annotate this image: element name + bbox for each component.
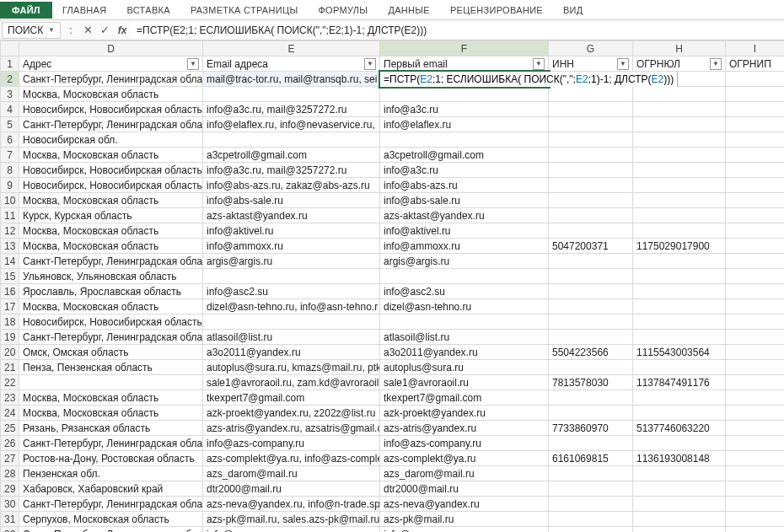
cell[interactable]: azs-atris@yandex.ru bbox=[380, 421, 549, 436]
cell[interactable]: 7813578030 bbox=[549, 375, 633, 390]
cell[interactable] bbox=[633, 390, 726, 406]
filter-icon[interactable]: ▼ bbox=[710, 58, 722, 70]
cell[interactable] bbox=[633, 299, 726, 314]
cell[interactable]: info@azs-company.ru bbox=[203, 527, 380, 533]
cell[interactable]: info@aktivel.ru bbox=[380, 223, 549, 239]
cell[interactable] bbox=[549, 360, 633, 375]
cell[interactable] bbox=[726, 390, 785, 406]
formula-input[interactable] bbox=[132, 23, 784, 38]
cell[interactable] bbox=[726, 163, 785, 178]
cell[interactable]: azs_darom@mail.ru bbox=[203, 466, 380, 481]
cell[interactable]: info@abs-sale.ru bbox=[203, 193, 380, 208]
cell[interactable]: 5137746063220 bbox=[633, 421, 726, 436]
cell[interactable]: 1175029017900 bbox=[633, 239, 726, 254]
cell[interactable]: Адрес▼ bbox=[19, 56, 203, 72]
cell[interactable]: 6161069815 bbox=[549, 451, 633, 466]
cell[interactable]: azs-neva@yandex.ru bbox=[380, 497, 549, 512]
formula-cancel-icon[interactable]: ✕ bbox=[79, 24, 96, 36]
cell[interactable] bbox=[549, 223, 633, 239]
cell[interactable]: 7733860970 bbox=[549, 421, 633, 436]
cell[interactable] bbox=[726, 512, 785, 527]
cell[interactable] bbox=[380, 132, 549, 148]
cell[interactable]: ОГРНИП bbox=[726, 56, 785, 72]
cell[interactable] bbox=[549, 269, 633, 284]
cell[interactable]: Рязань, Рязанская область bbox=[19, 421, 203, 436]
cell[interactable]: autoplus@sura.ru bbox=[380, 360, 549, 375]
cell[interactable]: azs-complekt@ya.ru bbox=[380, 451, 549, 466]
row-header[interactable]: 13 bbox=[1, 239, 19, 254]
cell[interactable]: azk-proekt@yandex.ru bbox=[380, 406, 549, 421]
cell[interactable] bbox=[726, 314, 785, 330]
row-header[interactable]: 22 bbox=[1, 375, 19, 390]
col-header-D[interactable]: D bbox=[19, 41, 203, 56]
filter-icon[interactable]: ▼ bbox=[187, 58, 199, 70]
cell[interactable]: dizel@asn-tehno.ru, info@asn-tehno.r bbox=[203, 299, 380, 314]
cell[interactable] bbox=[633, 223, 726, 239]
cell[interactable]: info@ammoxx.ru bbox=[380, 239, 549, 254]
cell[interactable] bbox=[633, 436, 726, 451]
cell[interactable] bbox=[726, 451, 785, 466]
cell[interactable]: sale1@avroraoil.ru, zam.kd@avroraoil. bbox=[203, 375, 380, 390]
cell[interactable] bbox=[549, 330, 633, 345]
tab-file[interactable]: ФАЙЛ bbox=[0, 2, 52, 19]
cell[interactable] bbox=[380, 87, 549, 102]
cell[interactable] bbox=[19, 375, 203, 390]
row-header[interactable]: 21 bbox=[1, 360, 19, 375]
cell[interactable] bbox=[726, 421, 785, 436]
col-header-E[interactable]: E bbox=[203, 41, 380, 56]
cell[interactable] bbox=[726, 466, 785, 481]
cell[interactable]: info@abs-azs.ru bbox=[380, 178, 549, 193]
cell[interactable]: Хабаровск, Хабаровский край bbox=[19, 481, 203, 497]
row-header[interactable]: 9 bbox=[1, 178, 19, 193]
cell[interactable]: info@azs-company.ru bbox=[380, 527, 549, 533]
cell[interactable]: Пензенская обл. bbox=[19, 466, 203, 481]
cell[interactable]: Ульяновск, Ульяновская область bbox=[19, 269, 203, 284]
cell[interactable] bbox=[633, 254, 726, 269]
cell[interactable]: ОГРНЮЛ▼ bbox=[633, 56, 726, 72]
cell[interactable]: azs-aktast@yandex.ru bbox=[203, 208, 380, 223]
cell[interactable] bbox=[726, 360, 785, 375]
cell[interactable] bbox=[726, 193, 785, 208]
cell[interactable] bbox=[633, 269, 726, 284]
name-box-dropdown-icon[interactable]: ▼ bbox=[48, 26, 55, 34]
cell[interactable]: Ярославль, Ярославская область bbox=[19, 284, 203, 299]
row-header[interactable]: 8 bbox=[1, 163, 19, 178]
cell[interactable]: Новосибирск, Новосибирская область bbox=[19, 163, 203, 178]
cell[interactable] bbox=[633, 466, 726, 481]
cell[interactable] bbox=[633, 87, 726, 102]
cell[interactable] bbox=[549, 299, 633, 314]
cell[interactable]: argis@argis.ru bbox=[380, 254, 549, 269]
cell[interactable] bbox=[633, 117, 726, 132]
cell[interactable]: azs-pk@mail.ru bbox=[380, 512, 549, 527]
row-header[interactable]: 3 bbox=[1, 87, 19, 102]
row-header[interactable]: 29 bbox=[1, 481, 19, 497]
row-header[interactable]: 14 bbox=[1, 254, 19, 269]
cell[interactable] bbox=[633, 497, 726, 512]
cell[interactable]: Москва, Московская область bbox=[19, 223, 203, 239]
cell[interactable] bbox=[380, 314, 549, 330]
cell[interactable] bbox=[726, 436, 785, 451]
cell[interactable] bbox=[549, 254, 633, 269]
cell[interactable] bbox=[633, 208, 726, 223]
cell[interactable]: a3o2011@yandex.ru bbox=[203, 345, 380, 360]
cell[interactable] bbox=[380, 269, 549, 284]
row-header[interactable]: 15 bbox=[1, 269, 19, 284]
select-all-corner[interactable] bbox=[1, 41, 19, 56]
cell[interactable] bbox=[549, 481, 633, 497]
cell[interactable]: Москва, Московская область bbox=[19, 390, 203, 406]
cell[interactable] bbox=[203, 314, 380, 330]
spreadsheet-grid[interactable]: D E F G H I 1 Адрес▼ Email адреса▼ Первы… bbox=[0, 40, 784, 532]
cell[interactable] bbox=[633, 193, 726, 208]
cell[interactable]: a3cpetroll@gmail.com bbox=[380, 148, 549, 163]
cell[interactable]: azs-neva@yandex.ru, info@n-trade.sp bbox=[203, 497, 380, 512]
cell[interactable]: tkexpert7@gmail.com bbox=[380, 390, 549, 406]
row-header[interactable]: 6 bbox=[1, 132, 19, 148]
cell[interactable] bbox=[549, 512, 633, 527]
row-header[interactable]: 18 bbox=[1, 314, 19, 330]
cell[interactable] bbox=[726, 72, 785, 87]
cell[interactable]: Санкт-Петербург, Ленинградская област bbox=[19, 527, 203, 533]
cell[interactable] bbox=[726, 132, 785, 148]
cell[interactable]: info@elaflex.ru bbox=[380, 117, 549, 132]
row-header[interactable]: 28 bbox=[1, 466, 19, 481]
cell[interactable]: a3cpetroll@gmail.com bbox=[203, 148, 380, 163]
